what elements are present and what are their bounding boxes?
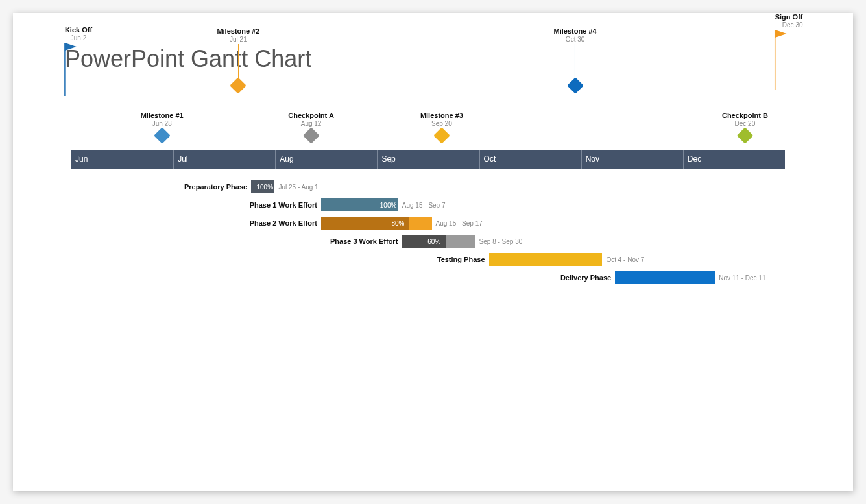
month-cell: Jul <box>173 150 275 169</box>
diamond-icon <box>433 127 450 143</box>
month-cell: Oct <box>479 150 581 169</box>
milestone-name: Milestone #1 <box>141 112 184 119</box>
task-bar: 80% <box>321 217 432 230</box>
milestone: Kick OffJun 2 <box>65 26 92 96</box>
month-cell: Sep <box>377 150 479 169</box>
task-progress-pct: 60% <box>427 238 440 245</box>
page-title: PowerPoint Gantt Chart <box>65 45 801 73</box>
svg-marker-1 <box>65 43 77 51</box>
diamond-icon <box>567 77 583 93</box>
task-label: Preparatory Phase <box>71 183 247 191</box>
diamond-icon <box>303 127 319 143</box>
svg-marker-3 <box>775 30 787 38</box>
milestone-name: Milestone #2 <box>217 27 259 35</box>
milestone-name: Kick Off <box>65 26 92 34</box>
task-label: Phase 2 Work Effort <box>71 219 317 227</box>
milestone: Milestone #1Jun 28 <box>141 112 184 141</box>
task-list: Preparatory Phase100%Jul 25 - Aug 1Phase… <box>71 180 785 284</box>
task-label: Testing Phase <box>71 256 485 263</box>
milestone: Sign OffDec 30 <box>775 13 803 90</box>
task-bar: 100% <box>321 198 398 211</box>
task-row: Phase 2 Work Effort80%Aug 15 - Sep 17 <box>71 217 785 230</box>
milestone-name: Milestone #3 <box>420 112 463 119</box>
month-cell: Nov <box>581 150 683 169</box>
task-row: Delivery PhaseNov 11 - Dec 11 <box>71 271 785 284</box>
month-cell: Jun <box>71 150 173 169</box>
task-row: Testing PhaseOct 4 - Nov 7 <box>71 253 785 266</box>
milestone-date: Jun 2 <box>65 34 92 42</box>
milestone: Checkpoint BDec 20 <box>722 112 768 141</box>
task-range: Jul 25 - Aug 1 <box>279 184 319 191</box>
gantt-chart: Kick OffJun 2Milestone #1Jun 28Milestone… <box>71 150 785 284</box>
milestone-stem <box>575 44 575 80</box>
flag-icon <box>774 30 788 90</box>
task-row: Preparatory Phase100%Jul 25 - Aug 1 <box>71 180 785 193</box>
task-progress-pct: 100% <box>256 184 273 191</box>
task-label: Phase 3 Work Effort <box>71 237 398 245</box>
task-range: Aug 15 - Sep 7 <box>402 202 446 209</box>
milestone-date: Aug 12 <box>288 120 334 127</box>
task-range: Oct 4 - Nov 7 <box>606 256 644 263</box>
task-bar: 100% <box>251 180 274 193</box>
milestone-date: Oct 30 <box>554 36 597 43</box>
milestone-name: Checkpoint A <box>288 112 334 119</box>
task-range: Aug 15 - Sep 17 <box>436 220 483 227</box>
task-progress-pct: 80% <box>391 220 404 227</box>
milestone-name: Milestone #4 <box>554 27 597 35</box>
diamond-icon <box>230 77 247 93</box>
timeline-band: JunJulAugSepOctNovDec <box>71 150 785 169</box>
slide: PowerPoint Gantt Chart Kick OffJun 2Mile… <box>13 13 853 491</box>
task-range: Nov 11 - Dec 11 <box>719 274 765 282</box>
task-bar: 60% <box>402 235 475 248</box>
milestone: Milestone #3Sep 20 <box>420 112 463 141</box>
month-cell: Aug <box>275 150 377 169</box>
task-progress-pct: 100% <box>380 202 397 209</box>
milestone-name: Sign Off <box>775 13 803 21</box>
task-row: Phase 1 Work Effort100%Aug 15 - Sep 7 <box>71 198 785 211</box>
task-label: Delivery Phase <box>71 274 611 282</box>
milestone-name: Checkpoint B <box>722 112 768 119</box>
diamond-icon <box>737 127 753 143</box>
month-cell: Dec <box>683 150 785 169</box>
task-bar <box>489 253 603 266</box>
task-range: Sep 8 - Sep 30 <box>479 238 523 245</box>
milestone-date: Dec 20 <box>722 120 768 127</box>
task-label: Phase 1 Work Effort <box>71 201 317 209</box>
milestone: Milestone #2Jul 21 <box>217 27 259 91</box>
milestone-date: Sep 20 <box>420 120 463 127</box>
task-bar <box>615 271 715 284</box>
milestone-date: Dec 30 <box>775 21 803 29</box>
task-row: Phase 3 Work Effort60%Sep 8 - Sep 30 <box>71 235 785 248</box>
milestone: Milestone #4Oct 30 <box>554 27 597 91</box>
diamond-icon <box>154 127 170 143</box>
milestone-date: Jun 28 <box>141 120 184 127</box>
milestone: Checkpoint AAug 12 <box>288 112 334 141</box>
milestone-date: Jul 21 <box>217 36 259 43</box>
milestone-stem <box>238 44 239 80</box>
flag-icon <box>64 43 78 96</box>
